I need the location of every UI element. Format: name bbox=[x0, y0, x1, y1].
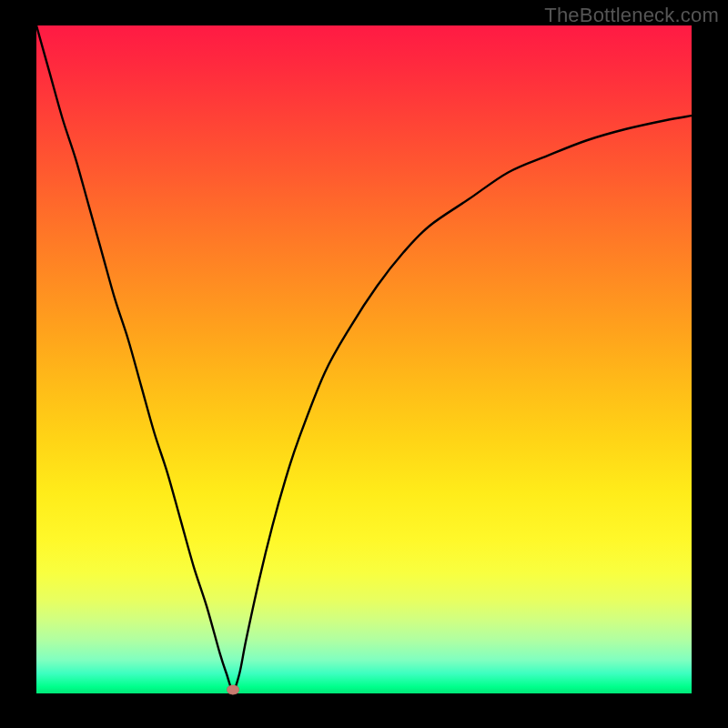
bottleneck-curve bbox=[36, 25, 692, 693]
plot-area bbox=[36, 25, 692, 693]
optimal-point-marker bbox=[227, 685, 239, 695]
watermark-text: TheBottleneck.com bbox=[544, 4, 719, 27]
chart-frame: TheBottleneck.com bbox=[0, 0, 728, 728]
